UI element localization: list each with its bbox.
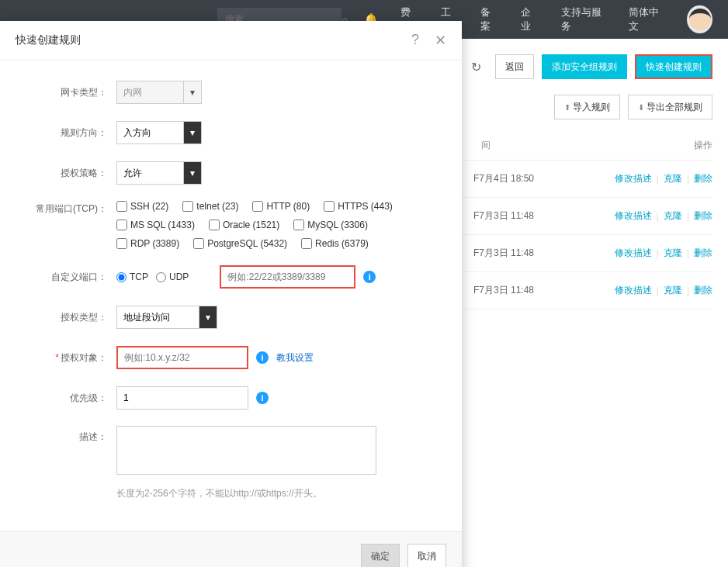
- avatar[interactable]: [687, 5, 712, 33]
- delete-link[interactable]: 删除: [694, 209, 712, 223]
- edit-link[interactable]: 修改描述: [615, 247, 652, 260]
- port-checkbox[interactable]: HTTP (80): [252, 201, 310, 212]
- label-auth-type: 授权类型：: [23, 311, 116, 324]
- protocol-udp-radio[interactable]: UDP: [156, 271, 189, 282]
- clone-link[interactable]: 克隆: [664, 247, 682, 260]
- clone-link[interactable]: 克隆: [664, 284, 682, 297]
- port-checkbox[interactable]: MS SQL (1433): [116, 220, 195, 230]
- edit-link[interactable]: 修改描述: [615, 172, 652, 185]
- delete-link[interactable]: 删除: [694, 172, 712, 185]
- teach-link[interactable]: 教我设置: [276, 351, 314, 365]
- port-checkbox[interactable]: Redis (6379): [301, 238, 369, 249]
- priority-input[interactable]: [116, 386, 248, 410]
- delete-link[interactable]: 删除: [694, 247, 712, 260]
- nav-support[interactable]: 支持与服务: [561, 5, 607, 33]
- quick-create-modal: 快速创建规则 ? ✕ 网卡类型： 规则方向： 授权策略：: [0, 21, 462, 567]
- back-button[interactable]: 返回: [495, 54, 534, 79]
- refresh-icon[interactable]: ↻: [465, 60, 487, 74]
- modal-body: 网卡类型： 规则方向： 授权策略： 常用: [0, 61, 462, 531]
- header-ops: 操作: [666, 139, 712, 152]
- cancel-button[interactable]: 取消: [407, 544, 446, 567]
- info-icon[interactable]: i: [256, 351, 269, 364]
- quick-create-button[interactable]: 快速创建规则: [635, 54, 712, 79]
- direction-select[interactable]: [116, 121, 202, 144]
- port-checkbox[interactable]: RDP (3389): [116, 238, 179, 249]
- label-priority: 优先级：: [23, 392, 116, 405]
- port-checkbox[interactable]: PostgreSQL (5432): [193, 238, 287, 249]
- description-textarea[interactable]: [116, 426, 376, 475]
- label-ports: 常用端口(TCP)：: [23, 201, 116, 216]
- edit-link[interactable]: 修改描述: [615, 209, 652, 223]
- modal-header: 快速创建规则 ? ✕: [0, 21, 462, 61]
- clone-link[interactable]: 克隆: [664, 172, 682, 185]
- help-icon[interactable]: ?: [411, 32, 419, 49]
- description-hint: 长度为2-256个字符，不能以http://或https://开头。: [116, 487, 322, 500]
- export-button[interactable]: 导出全部规则: [628, 95, 712, 119]
- add-rule-button[interactable]: 添加安全组规则: [542, 54, 627, 79]
- port-checkbox[interactable]: HTTPS (443): [324, 201, 393, 212]
- row-time: F7月3日 11:48: [473, 247, 574, 260]
- nic-select: [116, 81, 202, 104]
- protocol-tcp-radio[interactable]: TCP: [116, 271, 148, 282]
- modal-footer: 确定 取消: [0, 531, 462, 567]
- row-time: F7月3日 11:48: [473, 284, 574, 297]
- nav-enterprise[interactable]: 企业: [521, 5, 539, 33]
- port-checkbox[interactable]: telnet (23): [182, 201, 238, 212]
- download-icon: [638, 102, 647, 112]
- label-auth-obj: *授权对象：: [23, 351, 116, 365]
- policy-select[interactable]: [116, 161, 202, 185]
- edit-link[interactable]: 修改描述: [615, 284, 652, 297]
- label-nic: 网卡类型：: [23, 86, 116, 99]
- row-time: F7月3日 11:48: [473, 209, 574, 223]
- import-button[interactable]: 导入规则: [554, 95, 620, 119]
- port-checkbox[interactable]: SSH (22): [116, 201, 168, 212]
- custom-port-input[interactable]: [220, 265, 355, 289]
- label-description: 描述：: [23, 426, 116, 444]
- label-policy: 授权策略：: [23, 167, 116, 180]
- auth-type-select[interactable]: [116, 306, 217, 329]
- label-direction: 规则方向：: [23, 126, 116, 140]
- label-custom-port: 自定义端口：: [23, 271, 116, 284]
- info-icon[interactable]: i: [363, 271, 376, 283]
- delete-link[interactable]: 删除: [694, 284, 712, 297]
- ok-button[interactable]: 确定: [361, 544, 400, 567]
- header-time: 间: [481, 139, 582, 152]
- nav-lang[interactable]: 简体中文: [629, 5, 665, 33]
- info-icon[interactable]: i: [256, 392, 269, 404]
- nav-beian[interactable]: 备案: [480, 5, 499, 33]
- modal-title: 快速创建规则: [16, 33, 81, 47]
- clone-link[interactable]: 克隆: [664, 209, 682, 223]
- close-icon[interactable]: ✕: [435, 32, 446, 49]
- port-checkbox[interactable]: MySQL (3306): [293, 220, 368, 230]
- auth-object-input[interactable]: [116, 346, 248, 369]
- upload-icon: [564, 102, 573, 112]
- row-time: F7月4日 18:50: [473, 172, 574, 185]
- port-checkbox[interactable]: Oracle (1521): [209, 220, 279, 230]
